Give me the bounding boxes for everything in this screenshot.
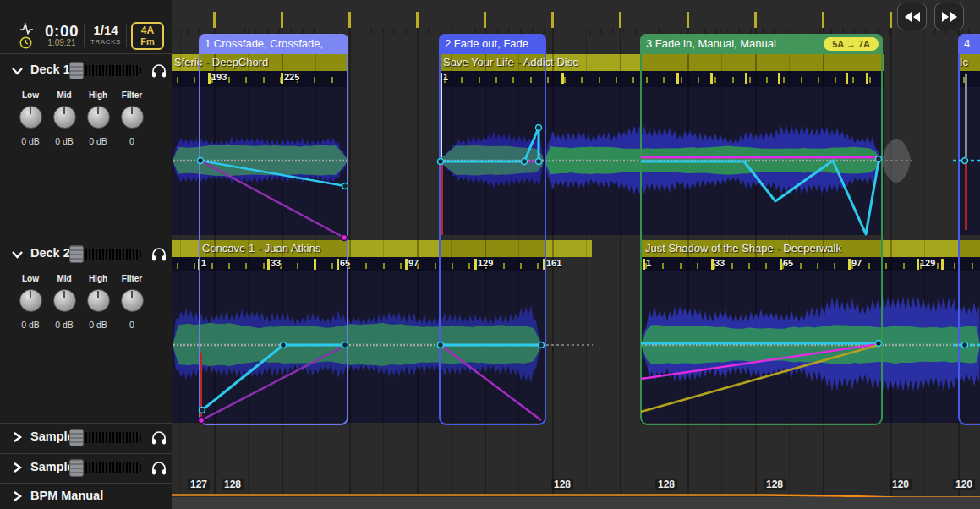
chevron-down-icon[interactable] xyxy=(11,249,24,260)
bpm-mode-label: BPM Manual xyxy=(30,489,103,502)
track-position: 1/14 xyxy=(87,23,124,37)
high-knob[interactable] xyxy=(87,106,110,129)
sample2-volume-handle[interactable] xyxy=(69,459,84,477)
dj-studio-app: 0:00 1:09:21 1/14 TRACKS 4A Fm Deck 1 Lo… xyxy=(0,0,980,509)
deck2-low-knob-cell: Low0 dB xyxy=(14,274,47,330)
knob-value: 0 xyxy=(115,136,149,146)
knob-value: 0 dB xyxy=(81,320,115,330)
sample1-volume-handle[interactable] xyxy=(69,429,84,446)
knob-value: 0 dB xyxy=(14,136,47,146)
automation-line-cyan[interactable] xyxy=(441,128,539,161)
total-time: 1:09:21 xyxy=(37,38,86,47)
fast-forward-icon xyxy=(941,11,958,23)
automation-line-cyan[interactable] xyxy=(202,345,345,410)
automation-point[interactable] xyxy=(539,342,545,348)
deck2-high-knob-cell: High0 dB xyxy=(81,274,115,330)
automation-line-cyan[interactable] xyxy=(641,161,879,234)
skip-forward-button[interactable] xyxy=(934,3,964,30)
sample1-headphones-icon[interactable] xyxy=(151,430,167,445)
automation-point[interactable] xyxy=(342,235,348,241)
deck1-low-knob-cell: Low0 dB xyxy=(14,90,47,146)
waveform-pulse-icon xyxy=(19,23,34,35)
key-value: 4A xyxy=(133,25,162,36)
automation-layer xyxy=(172,0,980,509)
knob-label: High xyxy=(81,90,115,100)
automation-point[interactable] xyxy=(876,156,882,162)
deck2-headphones-icon[interactable] xyxy=(151,246,167,261)
knob-label: Mid xyxy=(47,274,81,283)
filter-knob[interactable] xyxy=(121,106,144,129)
knob-label: Low xyxy=(14,274,47,283)
deck2-mid-knob-cell: Mid0 dB xyxy=(47,274,81,330)
automation-point[interactable] xyxy=(876,341,882,347)
deck1-eq-knobs: Low0 dBMid0 dBHigh0 dBFilter0 xyxy=(14,90,157,146)
automation-point[interactable] xyxy=(962,342,968,348)
deck1-filter-knob-cell: Filter0 xyxy=(115,90,149,146)
clock-icon xyxy=(19,36,32,49)
automation-point[interactable] xyxy=(342,342,348,348)
automation-line-purple2[interactable] xyxy=(441,345,541,420)
sidebar: 0:00 1:09:21 1/14 TRACKS 4A Fm Deck 1 Lo… xyxy=(0,0,172,509)
scale-value: Fm xyxy=(133,36,162,47)
deck1-volume-slider[interactable] xyxy=(72,65,142,76)
automation-point[interactable] xyxy=(438,159,444,165)
mid-knob[interactable] xyxy=(53,289,76,312)
automation-line-olive[interactable] xyxy=(641,345,879,412)
deck2-eq-knobs: Low0 dBMid0 dBHigh0 dBFilter0 xyxy=(14,274,157,330)
sample2-volume-slider[interactable] xyxy=(72,462,142,473)
knob-value: 0 dB xyxy=(81,136,115,146)
knob-label: High xyxy=(81,274,115,283)
automation-point[interactable] xyxy=(438,342,444,348)
knob-label: Low xyxy=(14,90,47,100)
tracks-label: TRACKS xyxy=(85,38,126,46)
knob-label: Filter xyxy=(115,274,149,283)
low-knob[interactable] xyxy=(19,106,42,129)
timeline-footer-strip xyxy=(172,497,980,509)
chevron-down-icon[interactable] xyxy=(11,66,24,76)
automation-line-purple1[interactable] xyxy=(201,346,345,420)
automation-point[interactable] xyxy=(200,408,205,413)
chevron-right-icon[interactable] xyxy=(11,491,24,501)
knob-label: Filter xyxy=(115,90,149,100)
automation-point[interactable] xyxy=(198,158,204,164)
rewind-icon xyxy=(904,11,921,23)
automation-point[interactable] xyxy=(536,159,542,165)
automation-point[interactable] xyxy=(536,125,542,131)
automation-point[interactable] xyxy=(199,418,205,424)
chevron-right-icon[interactable] xyxy=(11,432,24,442)
automation-point[interactable] xyxy=(962,158,968,164)
sample2-headphones-icon[interactable] xyxy=(151,460,167,475)
deck1-label: Deck 1 xyxy=(30,63,70,76)
skip-back-button[interactable] xyxy=(897,3,927,30)
deck1-high-knob-cell: High0 dB xyxy=(81,90,115,146)
filter-knob[interactable] xyxy=(121,289,144,312)
automation-point[interactable] xyxy=(522,159,528,165)
mid-knob[interactable] xyxy=(53,106,76,129)
automation-point[interactable] xyxy=(281,342,287,348)
knob-value: 0 dB xyxy=(47,136,81,146)
deck2-label: Deck 2 xyxy=(30,246,70,260)
timeline[interactable]: Sferic - DeepChordSave Your Life - Addic… xyxy=(172,0,980,509)
key-badge[interactable]: 4A Fm xyxy=(131,22,164,50)
knob-value: 0 dB xyxy=(14,320,47,330)
deck2-volume-slider[interactable] xyxy=(72,249,142,260)
chevron-right-icon[interactable] xyxy=(11,462,24,473)
knob-label: Mid xyxy=(47,90,81,100)
knob-value: 0 xyxy=(115,320,149,330)
deck2-filter-knob-cell: Filter0 xyxy=(115,274,149,330)
deck1-headphones-icon[interactable] xyxy=(151,63,167,78)
sample1-volume-slider[interactable] xyxy=(72,432,142,443)
low-knob[interactable] xyxy=(19,289,42,312)
deck1-volume-handle[interactable] xyxy=(69,62,84,79)
deck1-mid-knob-cell: Mid0 dB xyxy=(47,90,81,146)
deck2-volume-handle[interactable] xyxy=(69,245,84,263)
knob-value: 0 dB xyxy=(47,320,81,330)
high-knob[interactable] xyxy=(87,289,110,312)
automation-line-magenta3[interactable] xyxy=(641,344,879,379)
automation-point[interactable] xyxy=(342,183,348,189)
